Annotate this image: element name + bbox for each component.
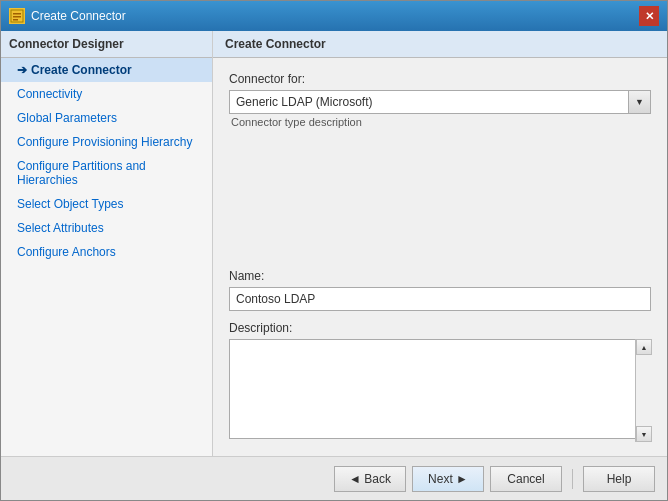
- content-area: Connector Designer ➔ Create Connector Co…: [1, 31, 667, 456]
- main-content: Create Connector Connector for: Generic …: [213, 31, 667, 456]
- svg-rect-2: [13, 16, 21, 18]
- title-bar: Create Connector ✕: [1, 1, 667, 31]
- title-bar-left: Create Connector: [9, 8, 126, 24]
- footer: ◄ Back Next ► Cancel Help: [1, 456, 667, 500]
- connector-for-section: Connector for: Generic LDAP (Microsoft) …: [229, 72, 651, 128]
- back-button[interactable]: ◄ Back: [334, 466, 406, 492]
- sidebar-item-label: Select Attributes: [17, 221, 104, 235]
- next-button[interactable]: Next ►: [412, 466, 484, 492]
- main-body: Connector for: Generic LDAP (Microsoft) …: [213, 58, 667, 456]
- description-textarea-wrapper: ▲ ▼: [229, 339, 651, 442]
- connector-for-label: Connector for:: [229, 72, 651, 86]
- sidebar-item-connectivity[interactable]: Connectivity: [1, 82, 212, 106]
- scrollbar-up-btn[interactable]: ▲: [636, 339, 652, 355]
- dropdown-arrow-btn[interactable]: ▼: [629, 90, 651, 114]
- main-window: Create Connector ✕ Connector Designer ➔ …: [0, 0, 668, 501]
- sidebar-item-select-attributes[interactable]: Select Attributes: [1, 216, 212, 240]
- sidebar-item-label: Configure Anchors: [17, 245, 116, 259]
- main-content-header: Create Connector: [213, 31, 667, 58]
- window-title: Create Connector: [31, 9, 126, 23]
- sidebar-item-configure-provisioning-hierarchy[interactable]: Configure Provisioning Hierarchy: [1, 130, 212, 154]
- sidebar-item-select-object-types[interactable]: Select Object Types: [1, 192, 212, 216]
- name-input[interactable]: [229, 287, 651, 311]
- window-icon: [9, 8, 25, 24]
- sidebar-item-label: Create Connector: [31, 63, 132, 77]
- help-button[interactable]: Help: [583, 466, 655, 492]
- name-label: Name:: [229, 269, 651, 283]
- sidebar-item-label: Configure Partitions and Hierarchies: [17, 159, 204, 187]
- sidebar-item-label: Global Parameters: [17, 111, 117, 125]
- description-section: Description: ▲ ▼: [229, 321, 651, 442]
- sidebar-item-create-connector[interactable]: ➔ Create Connector: [1, 58, 212, 82]
- svg-rect-1: [13, 13, 21, 15]
- svg-rect-3: [13, 19, 18, 21]
- spacer: [229, 138, 651, 253]
- cancel-button[interactable]: Cancel: [490, 466, 562, 492]
- connector-dropdown-wrapper: Generic LDAP (Microsoft) ▼: [229, 90, 651, 114]
- sidebar: Connector Designer ➔ Create Connector Co…: [1, 31, 213, 456]
- sidebar-item-configure-partitions[interactable]: Configure Partitions and Hierarchies: [1, 154, 212, 192]
- sidebar-item-global-parameters[interactable]: Global Parameters: [1, 106, 212, 130]
- sidebar-item-label: Configure Provisioning Hierarchy: [17, 135, 192, 149]
- sidebar-header: Connector Designer: [1, 31, 212, 58]
- arrow-icon: ➔: [17, 63, 27, 77]
- scrollbar-track: ▲ ▼: [635, 339, 651, 442]
- description-label: Description:: [229, 321, 651, 335]
- connector-type-description: Connector type description: [229, 116, 651, 128]
- scrollbar-down-btn[interactable]: ▼: [636, 426, 652, 442]
- sidebar-item-configure-anchors[interactable]: Configure Anchors: [1, 240, 212, 264]
- description-textarea[interactable]: [229, 339, 651, 439]
- close-button[interactable]: ✕: [639, 6, 659, 26]
- connector-for-select[interactable]: Generic LDAP (Microsoft): [229, 90, 629, 114]
- sidebar-item-label: Select Object Types: [17, 197, 124, 211]
- name-section: Name:: [229, 269, 651, 311]
- footer-divider: [572, 469, 573, 489]
- sidebar-item-label: Connectivity: [17, 87, 82, 101]
